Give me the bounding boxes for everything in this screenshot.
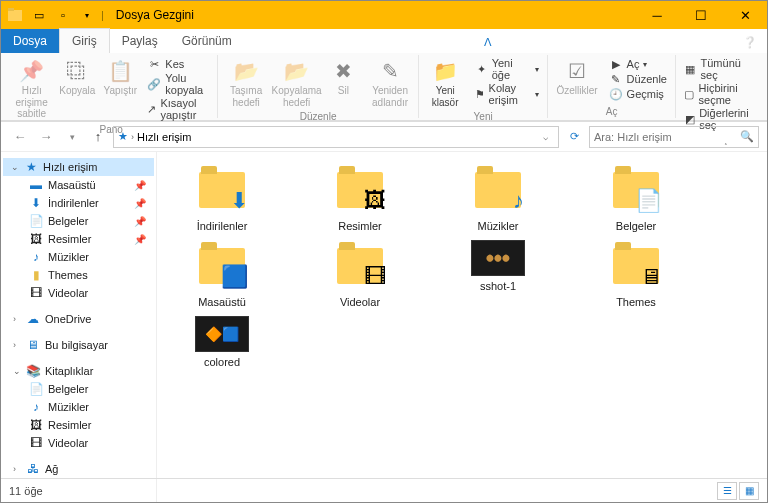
tab-home[interactable]: Giriş: [59, 28, 110, 53]
history-button[interactable]: 🕘Geçmiş: [609, 87, 667, 101]
search-box[interactable]: 🔍: [589, 126, 759, 148]
file-label: Themes: [616, 296, 656, 308]
selectnone-icon: ▢: [684, 87, 695, 101]
up-button[interactable]: ↑: [87, 126, 109, 148]
folder-icon: 🖼: [330, 164, 390, 216]
pasteshortcut-button[interactable]: ↗Kısayol yapıştır: [147, 97, 209, 121]
rename-icon: ✎: [376, 57, 404, 85]
sidebar-item-lib-docs[interactable]: 📄Belgeler: [3, 380, 154, 398]
file-item[interactable]: 📄Belgeler: [581, 164, 691, 232]
tab-share[interactable]: Paylaş: [110, 29, 170, 53]
sidebar-item-videos[interactable]: 🎞Videolar: [3, 284, 154, 302]
file-label: sshot-1: [480, 280, 516, 292]
sidebar-item-lib-vids[interactable]: 🎞Videolar: [3, 434, 154, 452]
refresh-button[interactable]: ⟳: [563, 130, 585, 143]
file-item[interactable]: 🖼Resimler: [305, 164, 415, 232]
file-item[interactable]: ♪Müzikler: [443, 164, 553, 232]
content-pane[interactable]: ⬇İndirilenler🖼Resimler♪Müzikler📄Belgeler…: [157, 152, 767, 503]
sidebar-item-network[interactable]: ›🖧Ağ: [3, 460, 154, 478]
details-view-button[interactable]: ☰: [717, 482, 737, 500]
copyto-button[interactable]: 📂Kopyalama hedefi: [273, 55, 320, 110]
copyto-icon: 📂: [283, 57, 311, 85]
copy-button[interactable]: ⿻Kopyala: [57, 55, 97, 123]
search-input[interactable]: [594, 131, 736, 143]
sidebar-item-lib-pics[interactable]: 🖼Resimler: [3, 416, 154, 434]
maximize-button[interactable]: ☐: [679, 1, 723, 29]
sidebar-item-music[interactable]: ♪Müzikler: [3, 248, 154, 266]
ribbon-group-open: ☑Özellikler ▶Aç▾ ✎Düzenle 🕘Geçmiş Aç: [548, 55, 675, 118]
copypath-button[interactable]: 🔗Yolu kopyala: [147, 72, 209, 96]
sidebar-item-themes[interactable]: ▮Themes: [3, 266, 154, 284]
sidebar-item-desktop[interactable]: ▬Masaüstü📌: [3, 176, 154, 194]
file-item[interactable]: ⬤⬤⬤sshot-1: [443, 240, 553, 308]
file-item[interactable]: 🎞Videolar: [305, 240, 415, 308]
file-item[interactable]: 🔶🟦colored: [167, 316, 277, 368]
sidebar-item-pictures[interactable]: 🖼Resimler📌: [3, 230, 154, 248]
tab-view[interactable]: Görünüm: [170, 29, 244, 53]
rename-button[interactable]: ✎Yeniden adlandır: [366, 55, 413, 110]
ribbon-collapse-icon[interactable]: ᐱ: [474, 32, 502, 53]
cut-button[interactable]: ✂Kes: [147, 57, 209, 71]
statusbar: 11 öğe ☰ ▦: [1, 478, 767, 502]
window-title: Dosya Gezgini: [116, 8, 194, 22]
sidebar-item-downloads[interactable]: ⬇İndirilenler📌: [3, 194, 154, 212]
pin-icon: 📌: [134, 216, 146, 227]
sidebar-item-lib-music[interactable]: ♪Müzikler: [3, 398, 154, 416]
easyaccess-button[interactable]: ⚑Kolay erişim▾: [475, 82, 540, 106]
file-item[interactable]: ⬇İndirilenler: [167, 164, 277, 232]
forward-button[interactable]: →: [35, 126, 57, 148]
address-dropdown[interactable]: ⌵: [536, 132, 554, 142]
sidebar-item-onedrive[interactable]: ›☁OneDrive: [3, 310, 154, 328]
open-button[interactable]: ▶Aç▾: [609, 57, 667, 71]
properties-icon: ☑: [563, 57, 591, 85]
pin-icon: 📌: [134, 234, 146, 245]
selectall-button[interactable]: ▦Tümünü seç: [684, 57, 755, 81]
newfolder-button[interactable]: 📁Yeni klasör: [423, 55, 468, 110]
folder-icon: 🎞: [330, 240, 390, 292]
moveto-icon: 📂: [232, 57, 260, 85]
tab-file[interactable]: Dosya: [1, 29, 59, 53]
delete-button[interactable]: ✖Sil: [323, 55, 363, 110]
close-button[interactable]: ✕: [723, 1, 767, 29]
paste-button[interactable]: 📋Yapıştır: [100, 55, 140, 123]
svg-rect-0: [8, 10, 22, 21]
ribbon-group-clipboard: 📌Hızlı erişime sabitle ⿻Kopyala 📋Yapıştı…: [5, 55, 218, 118]
file-label: Resimler: [338, 220, 381, 232]
newitem-button[interactable]: ✦Yeni öğe▾: [475, 57, 540, 81]
minimize-button[interactable]: ─: [635, 1, 679, 29]
folder-icon: 📄: [606, 164, 666, 216]
help-icon[interactable]: ❔: [733, 32, 767, 53]
icons-view-button[interactable]: ▦: [739, 482, 759, 500]
newitem-icon: ✦: [475, 62, 488, 76]
sidebar-item-libraries[interactable]: ⌄📚Kitaplıklar: [3, 362, 154, 380]
breadcrumb[interactable]: Hızlı erişim: [137, 131, 191, 143]
qat-newfolder-icon[interactable]: ▫: [53, 5, 73, 25]
sidebar-item-thispc[interactable]: ›🖥Bu bilgisayar: [3, 336, 154, 354]
moveto-button[interactable]: 📂Taşıma hedefi: [222, 55, 269, 110]
folder-icon: ♪: [468, 164, 528, 216]
sidebar-item-documents[interactable]: 📄Belgeler📌: [3, 212, 154, 230]
selectnone-button[interactable]: ▢Hiçbirini seçme: [684, 82, 755, 106]
back-button[interactable]: ←: [9, 126, 31, 148]
ribbon-group-select: ▦Tümünü seç ▢Hiçbirini seçme ◩Diğerlerin…: [676, 55, 763, 118]
group-label-open: Aç: [552, 105, 670, 118]
group-label-organize: Düzenle: [222, 110, 413, 123]
file-item[interactable]: 🟦Masaüstü: [167, 240, 277, 308]
ribbon-group-new: 📁Yeni klasör ✦Yeni öğe▾ ⚑Kolay erişim▾ Y…: [419, 55, 549, 118]
search-icon[interactable]: 🔍: [740, 130, 754, 143]
title-separator: |: [101, 9, 104, 21]
copy-icon: ⿻: [63, 57, 91, 85]
paste-icon: 📋: [106, 57, 134, 85]
pin-quickaccess-button[interactable]: 📌Hızlı erişime sabitle: [9, 55, 54, 123]
invert-icon: ◩: [684, 112, 695, 126]
address-bar[interactable]: ★ › Hızlı erişim ⌵: [113, 126, 559, 148]
recent-dropdown[interactable]: ▾: [61, 126, 83, 148]
qat-dropdown-icon[interactable]: ▾: [77, 5, 97, 25]
sidebar-item-quickaccess[interactable]: ⌄★Hızlı erişim: [3, 158, 154, 176]
qat-properties-icon[interactable]: ▭: [29, 5, 49, 25]
file-label: Videolar: [340, 296, 380, 308]
properties-button[interactable]: ☑Özellikler: [552, 55, 601, 105]
edit-button[interactable]: ✎Düzenle: [609, 72, 667, 86]
file-item[interactable]: 🖥Themes: [581, 240, 691, 308]
folder-icon: 🖥: [606, 240, 666, 292]
